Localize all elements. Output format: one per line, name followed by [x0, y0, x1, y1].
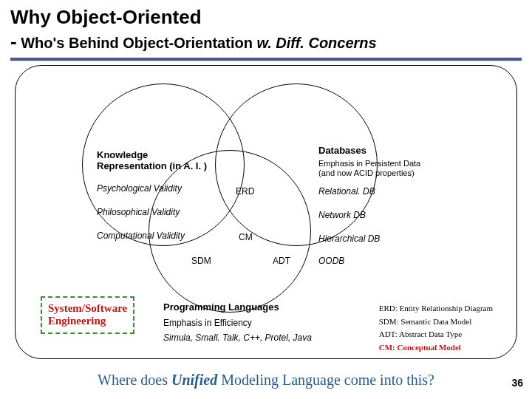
syseng-line1: System/Software	[48, 302, 127, 315]
footer-unified: Unified	[171, 372, 217, 388]
title-line2: - Who's Behind Object-Orientation w. Dif…	[10, 30, 522, 53]
db-item-hierarchical: Hierarchical DB	[318, 234, 380, 245]
kr-item-psychological: Psychological Validity	[97, 184, 182, 194]
pl-header: Programming Languages	[163, 302, 279, 313]
slide-title: Why Object-Oriented - Who's Behind Objec…	[0, 0, 532, 53]
legend-cm: CM: Conceptual Model	[379, 341, 493, 355]
subtitle-main: Who's Behind Object-Orientation	[21, 35, 256, 51]
footer-pre: Where does	[98, 372, 171, 388]
db-subheader: Emphasis in Persistent Data (and now ACI…	[318, 159, 437, 177]
legend-sdm: SDM: Semantic Data Model	[379, 316, 493, 329]
legend-erd: ERD: Entity Relationship Diagram	[379, 302, 493, 316]
title-line1: Why Object-Oriented	[10, 6, 522, 29]
syseng-line2: Engineering	[48, 315, 127, 327]
subtitle-italic: w. Diff. Concerns	[256, 35, 376, 51]
legend-adt: ADT: Abstract Data Type	[379, 328, 493, 341]
footer-post: Modeling Language come into this?	[217, 372, 434, 388]
db-header: Databases	[318, 146, 366, 157]
db-item-oodb: OODB	[318, 256, 344, 267]
db-item-network: Network DB	[318, 211, 366, 221]
title-underline	[10, 58, 522, 61]
kr-item-computational: Computational Validity	[97, 231, 185, 242]
center-erd: ERD	[236, 187, 254, 197]
center-cm: CM	[239, 233, 253, 243]
pl-languages: Simula, Small. Talk, C++, Protel, Java	[163, 333, 326, 344]
title-dash: -	[10, 30, 17, 52]
slide-body-frame: Knowledge Representation (in A. I. ) Psy…	[15, 65, 517, 359]
pl-subheader: Emphasis in Efficiency	[163, 318, 252, 329]
system-software-engineering-box: System/Software Engineering	[41, 296, 134, 334]
page-number: 36	[511, 377, 523, 389]
kr-item-philosophical: Philosophical Validity	[97, 208, 180, 218]
center-sdm: SDM	[191, 256, 211, 267]
center-adt: ADT	[273, 256, 290, 267]
kr-header: Knowledge Representation (in A. I. )	[97, 150, 215, 172]
db-item-relational: Relational. DB	[318, 187, 375, 197]
legend: ERD: Entity Relationship Diagram SDM: Se…	[379, 302, 493, 354]
footer-question: Where does Unified Modeling Language com…	[0, 372, 532, 389]
